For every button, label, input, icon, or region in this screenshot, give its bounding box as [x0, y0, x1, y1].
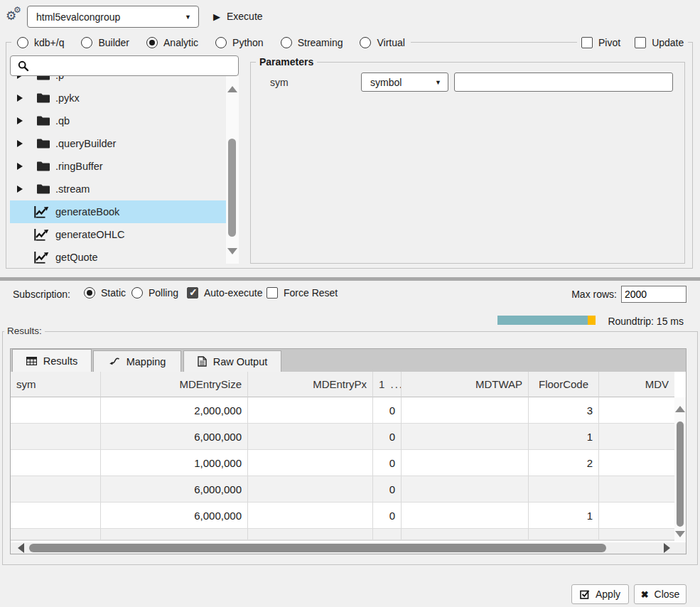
roundtrip-status: Roundtrip: 15 ms	[561, 316, 684, 327]
scrollbar-thumb[interactable]	[228, 139, 236, 237]
force-reset-label: Force Reset	[284, 287, 338, 299]
scroll-right-icon[interactable]	[664, 543, 670, 553]
connection-dropdown[interactable]: html5evalcongroup ▼	[27, 6, 199, 28]
radio-builder[interactable]: Builder	[81, 37, 129, 48]
expand-arrow-icon[interactable]	[17, 140, 23, 147]
column-header-mdtwap[interactable]: MDTWAP	[402, 372, 529, 397]
expand-arrow-icon[interactable]	[17, 95, 23, 102]
folder-icon	[37, 93, 50, 103]
table-row[interactable]: 6,000,000 0	[11, 476, 674, 503]
radio-polling[interactable]: Polling	[131, 287, 178, 299]
cell	[402, 397, 529, 424]
checkbox-icon	[635, 37, 646, 48]
line-chart-icon	[34, 206, 49, 218]
scroll-up-icon[interactable]	[227, 86, 237, 92]
param-type-value: symbol	[370, 77, 435, 88]
max-rows-label: Max rows:	[540, 289, 617, 300]
cell	[11, 503, 101, 529]
force-reset-checkbox[interactable]: Force Reset	[266, 287, 338, 299]
apply-button[interactable]: Apply	[571, 584, 629, 604]
tree-item-folder[interactable]: .p	[10, 76, 226, 87]
document-icon	[198, 356, 207, 367]
splitter-handle[interactable]	[0, 277, 700, 281]
radio-kdbq[interactable]: kdb+/q	[17, 37, 64, 48]
close-button[interactable]: ✖ Close	[634, 584, 686, 604]
scroll-down-icon[interactable]	[675, 531, 685, 537]
tree-item-analytic-selected[interactable]: generateBook	[10, 200, 226, 223]
column-header-truncated[interactable]: 1 ...	[373, 372, 402, 397]
scrollbar-thumb[interactable]	[677, 421, 684, 527]
tree-item-folder[interactable]: .pykx	[10, 87, 226, 109]
table-row[interactable]: 1,000,000 0 2	[11, 450, 674, 476]
cell	[248, 503, 373, 529]
table-header-row: sym MDEntrySize MDEntryPx 1 ... MDTWAP F…	[11, 372, 674, 397]
execute-button[interactable]: ▶ Execute	[213, 7, 263, 26]
table-row-partial	[11, 529, 674, 541]
update-label: Update	[652, 37, 684, 48]
tree-item-folder[interactable]: .ringBuffer	[10, 155, 226, 178]
tree-item-folder[interactable]: .stream	[10, 178, 226, 200]
connection-dropdown-value: html5evalcongroup	[36, 11, 185, 23]
table-row[interactable]: 6,000,000 0 1	[11, 503, 674, 529]
auto-execute-label: Auto-execute	[204, 287, 263, 299]
tree-item-analytic[interactable]: getQuote	[10, 246, 226, 264]
radio-streaming[interactable]: Streaming	[281, 37, 343, 48]
tree-item-label: getQuote	[55, 252, 98, 263]
table-vertical-scrollbar[interactable]	[674, 397, 686, 541]
expand-arrow-icon[interactable]	[17, 163, 23, 170]
radio-analytic-label: Analytic	[163, 37, 198, 48]
expand-arrow-icon[interactable]	[17, 117, 23, 124]
table-row[interactable]: 2,000,000 0 3	[11, 397, 674, 424]
type-selector: kdb+/q Builder Analytic Python Streaming…	[11, 33, 411, 52]
parameters-groupbox	[250, 62, 685, 264]
checkbox-checked-icon	[187, 287, 198, 299]
column-header-mdentrysize[interactable]: MDEntrySize	[101, 372, 248, 397]
radio-python[interactable]: Python	[215, 37, 264, 48]
param-type-dropdown[interactable]: symbol ▼	[361, 72, 448, 92]
search-input[interactable]	[10, 55, 239, 76]
update-checkbox[interactable]: Update	[635, 37, 684, 48]
expand-arrow-icon[interactable]	[17, 186, 23, 193]
expand-arrow-icon[interactable]	[17, 76, 23, 79]
folder-icon	[37, 76, 50, 80]
column-header-sym[interactable]: sym	[11, 372, 101, 397]
table-grid-icon	[26, 357, 37, 365]
pivot-update-flags: Pivot Update	[577, 33, 688, 52]
tab-raw-output[interactable]: Raw Output	[183, 350, 281, 372]
radio-static[interactable]: Static	[84, 287, 126, 299]
tree-item-folder[interactable]: .queryBuilder	[10, 132, 226, 155]
radio-analytic[interactable]: Analytic	[146, 37, 198, 48]
pivot-checkbox[interactable]: Pivot	[581, 37, 620, 48]
settings-gear-icon[interactable]: ⚙ ⚙	[6, 6, 24, 24]
scroll-down-icon[interactable]	[227, 248, 237, 254]
tab-mapping-label: Mapping	[126, 356, 166, 367]
cell	[599, 450, 674, 476]
tree-item-folder[interactable]: .qb	[10, 109, 226, 132]
tree-item-analytic[interactable]: generateOHLC	[10, 223, 226, 246]
tree-scrollbar[interactable]	[226, 76, 239, 264]
scrollbar-thumb[interactable]	[29, 544, 606, 552]
scroll-up-icon[interactable]	[675, 406, 685, 412]
close-icon: ✖	[641, 589, 649, 600]
scroll-left-icon[interactable]	[18, 543, 24, 553]
cell: 2	[529, 450, 599, 476]
radio-virtual[interactable]: Virtual	[360, 37, 404, 48]
column-header-mdentrypx[interactable]: MDEntryPx	[248, 372, 373, 397]
auto-execute-checkbox[interactable]: Auto-execute	[187, 287, 263, 299]
cell: 1,000,000	[101, 450, 248, 476]
max-rows-input[interactable]	[621, 286, 686, 303]
column-header-mdvwap[interactable]: MDV	[599, 372, 674, 397]
tree-item-label: .queryBuilder	[55, 138, 116, 149]
param-value-input[interactable]	[454, 72, 673, 92]
tab-results[interactable]: Results	[12, 349, 92, 372]
tab-mapping[interactable]: Mapping	[93, 350, 181, 372]
table-row[interactable]: 6,000,000 0 1	[11, 424, 674, 450]
results-table: sym MDEntrySize MDEntryPx 1 ... MDTWAP F…	[11, 372, 686, 554]
cell: 6,000,000	[101, 503, 248, 529]
table-horizontal-scrollbar[interactable]	[11, 542, 686, 554]
column-header-floorcode[interactable]: FloorCode	[529, 372, 599, 397]
static-label: Static	[101, 287, 126, 299]
radio-icon	[281, 37, 292, 48]
apply-label: Apply	[596, 589, 620, 600]
radio-virtual-label: Virtual	[377, 37, 404, 48]
